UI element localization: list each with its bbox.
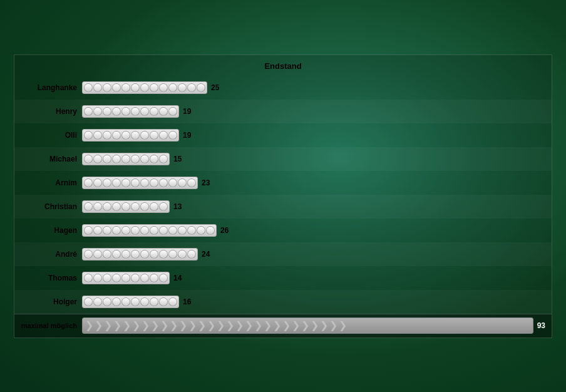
bar-area: 16: [82, 295, 545, 309]
score-token: [112, 297, 121, 306]
score-token: [168, 297, 177, 306]
score-token: [131, 155, 140, 163]
player-name: Hagen: [21, 226, 77, 235]
score-value: 25: [211, 83, 219, 92]
score-token: [140, 250, 149, 259]
max-arrow: ❯: [254, 321, 262, 331]
max-arrow: ❯: [245, 321, 253, 331]
bar-rect: [82, 129, 179, 142]
score-token: [178, 250, 187, 259]
score-token: [103, 226, 111, 235]
score-token: [187, 178, 196, 187]
max-bar: ❯❯❯❯❯❯❯❯❯❯❯❯❯❯❯❯❯❯❯❯❯❯❯❯❯❯❯❯: [82, 317, 533, 334]
score-token: [93, 202, 102, 211]
score-token: [103, 107, 111, 116]
score-bar: [82, 176, 198, 190]
score-bar: [82, 152, 170, 166]
score-token: [131, 83, 140, 92]
score-token: [93, 274, 102, 282]
max-arrow: ❯: [217, 321, 225, 331]
max-arrow: ❯: [207, 321, 215, 331]
score-value: 23: [202, 178, 210, 187]
score-value: 16: [183, 297, 191, 306]
score-token: [150, 202, 158, 211]
max-arrow: ❯: [132, 321, 140, 331]
score-token: [93, 178, 102, 187]
player-name: Olli: [21, 131, 77, 140]
score-token: [103, 202, 111, 211]
score-token: [197, 226, 205, 235]
table-row: Holger16: [14, 290, 552, 314]
max-arrow: ❯: [329, 321, 337, 331]
bar-rect: [82, 200, 170, 213]
bar-area: 25: [82, 81, 545, 95]
score-value: 13: [173, 202, 182, 211]
bar-area: 26: [82, 224, 545, 237]
bar-rect: [82, 224, 217, 237]
score-token: [84, 107, 93, 116]
page-title: Endstand: [14, 61, 552, 71]
max-arrow: ❯: [235, 321, 244, 331]
max-arrow: ❯: [311, 321, 319, 331]
score-token: [103, 131, 111, 140]
table-row: Hagen26: [14, 219, 552, 242]
score-token: [103, 250, 111, 259]
score-token: [121, 250, 130, 259]
score-token: [84, 202, 93, 211]
score-token: [140, 131, 149, 140]
score-token: [168, 83, 177, 92]
score-token: [121, 155, 130, 163]
score-token: [112, 131, 121, 140]
score-token: [121, 178, 130, 187]
score-token: [103, 274, 111, 282]
bar-area: 13: [82, 200, 545, 214]
score-token: [150, 131, 158, 140]
score-token: [84, 131, 93, 140]
max-arrow: ❯: [198, 321, 206, 331]
max-arrow: ❯: [320, 321, 328, 331]
max-arrow: ❯: [151, 321, 159, 331]
score-token: [150, 297, 158, 306]
score-token: [112, 178, 121, 187]
score-token: [93, 83, 102, 92]
score-token: [140, 83, 149, 92]
bar-area: 24: [82, 247, 545, 261]
score-token: [140, 155, 149, 163]
score-token: [159, 131, 168, 140]
score-token: [93, 155, 102, 163]
score-token: [150, 107, 158, 116]
score-token: [178, 83, 187, 92]
max-bar-area: ❯❯❯❯❯❯❯❯❯❯❯❯❯❯❯❯❯❯❯❯❯❯❯❯❯❯❯❯93: [82, 317, 545, 334]
max-arrow: ❯: [170, 321, 178, 331]
score-token: [159, 226, 168, 235]
bar-area: 23: [82, 176, 545, 190]
score-token: [121, 83, 130, 92]
player-name: Langhanke: [21, 83, 77, 92]
max-arrow: ❯: [264, 321, 272, 331]
score-token: [168, 178, 177, 187]
score-token: [93, 250, 102, 259]
max-arrow: ❯: [301, 321, 309, 331]
score-token: [150, 178, 158, 187]
score-token: [150, 226, 158, 235]
max-arrow: ❯: [282, 321, 291, 331]
score-token: [150, 83, 158, 92]
bar-area: 15: [82, 152, 545, 166]
score-token: [103, 83, 111, 92]
score-token: [159, 274, 168, 282]
score-token: [84, 178, 93, 187]
score-token: [206, 226, 215, 235]
score-token: [121, 131, 130, 140]
score-token: [159, 250, 168, 259]
bar-rect: [82, 81, 207, 94]
score-token: [168, 250, 177, 259]
score-token: [187, 250, 196, 259]
player-name: André: [21, 250, 77, 259]
score-token: [178, 178, 187, 187]
score-token: [168, 107, 177, 116]
score-token: [93, 297, 102, 306]
score-token: [159, 202, 168, 211]
max-arrow: ❯: [339, 321, 347, 331]
max-arrow: ❯: [273, 321, 281, 331]
score-bar: [82, 200, 170, 214]
